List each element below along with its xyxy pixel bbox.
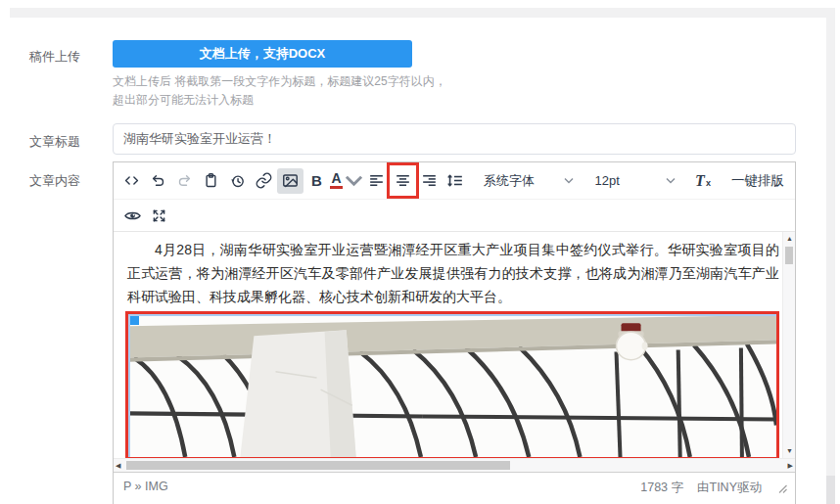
insert-image-button[interactable] — [277, 168, 303, 194]
source-code-icon — [122, 171, 141, 190]
editor-content-area[interactable]: 4月28日，湖南华研实验室开业运营暨湘潭经开区重大产业项目集中签约仪式举行。华研… — [114, 232, 795, 458]
upload-row-label: 稿件上传 — [29, 48, 80, 66]
image-resize-handle[interactable] — [130, 316, 139, 325]
font-family-value: 系统字体 — [484, 172, 535, 190]
line-height-icon — [446, 171, 465, 190]
link-button[interactable] — [251, 168, 277, 194]
bold-button[interactable]: B — [303, 168, 330, 194]
rich-text-editor: B A 系统字体 12pt T — [113, 161, 796, 504]
font-size-value: 12pt — [595, 173, 620, 188]
word-count: 1783 字 — [640, 480, 683, 496]
source-code-button[interactable] — [118, 168, 145, 194]
bold-label: B — [311, 173, 322, 188]
article-title-input[interactable] — [113, 123, 796, 155]
one-click-format-button[interactable]: 一键排版 — [725, 171, 790, 191]
undo-button[interactable] — [145, 168, 171, 194]
powered-by-label[interactable]: 由TINY驱动 — [697, 480, 762, 496]
align-center-button[interactable] — [390, 168, 416, 194]
eye-icon — [123, 206, 142, 225]
selected-inline-image[interactable] — [125, 311, 779, 458]
image-icon — [281, 171, 300, 190]
link-icon — [255, 171, 273, 190]
chevron-down-icon — [345, 171, 363, 190]
paste-clipboard-icon — [202, 171, 220, 190]
restore-draft-button[interactable] — [224, 168, 251, 194]
chevron-down-icon — [564, 177, 574, 184]
horizontal-scroll-thumb[interactable] — [126, 461, 510, 470]
text-color-button[interactable]: A — [330, 168, 363, 194]
doc-upload-button[interactable]: 文档上传，支持DOCX — [113, 40, 412, 68]
upload-hint-text: 文档上传后 将截取第一段文字作为标题，标题建议25字符以内，超出部分可能无法计入… — [113, 72, 449, 110]
scroll-right-arrow[interactable]: ▶ — [788, 462, 793, 470]
chevron-down-icon — [666, 177, 676, 184]
page-scrollbar-track[interactable] — [826, 8, 835, 504]
align-left-icon — [367, 171, 386, 190]
element-path[interactable]: P » IMG — [123, 480, 168, 493]
paste-button[interactable] — [198, 168, 224, 194]
title-row-label: 文章标题 — [29, 133, 80, 151]
scroll-up-arrow[interactable]: ▲ — [783, 234, 795, 244]
restore-draft-clock-icon — [228, 171, 247, 190]
editor-toolbar-main: B A 系统字体 12pt T — [114, 162, 795, 199]
scroll-down-arrow[interactable]: ▼ — [783, 446, 795, 456]
clear-formatting-button[interactable]: Tx — [688, 168, 718, 194]
editor-horizontal-scrollbar[interactable]: ◀ ▶ — [114, 458, 795, 472]
fullscreen-icon — [150, 206, 168, 225]
editor-statusbar: P » IMG 1783 字 由TINY驱动 — [114, 472, 795, 504]
scroll-left-arrow[interactable]: ◀ — [116, 462, 120, 470]
content-row-label: 文章内容 — [29, 172, 80, 190]
text-color-icon: A — [330, 172, 343, 189]
page-scrollbar-thumb[interactable] — [826, 476, 835, 504]
page-top-divider — [10, 8, 826, 18]
vertical-scroll-thumb[interactable] — [785, 247, 793, 264]
editor-toolbar-secondary — [114, 199, 795, 232]
editor-vertical-scrollbar[interactable]: ▲ ▼ — [782, 232, 795, 458]
article-paragraph[interactable]: 4月28日，湖南华研实验室开业运营暨湘潭经开区重大产业项目集中签约仪式举行。华研… — [114, 232, 795, 308]
redo-button[interactable] — [171, 168, 198, 194]
align-right-icon — [420, 171, 439, 190]
undo-icon — [149, 171, 167, 190]
align-left-button[interactable] — [363, 168, 390, 194]
redo-icon — [175, 171, 194, 190]
image-selection-outline — [128, 314, 130, 457]
line-height-button[interactable] — [443, 168, 469, 194]
clear-formatting-icon: T — [695, 173, 705, 189]
canopy-photo — [128, 314, 776, 457]
preview-button[interactable] — [119, 203, 146, 228]
font-family-select[interactable]: 系统字体 — [477, 168, 581, 194]
fullscreen-button[interactable] — [146, 203, 172, 228]
font-size-select[interactable]: 12pt — [588, 168, 682, 194]
resize-grip-icon[interactable] — [777, 483, 787, 493]
image-selection-outline — [128, 314, 776, 316]
align-right-button[interactable] — [416, 168, 443, 194]
align-center-icon — [394, 171, 412, 190]
